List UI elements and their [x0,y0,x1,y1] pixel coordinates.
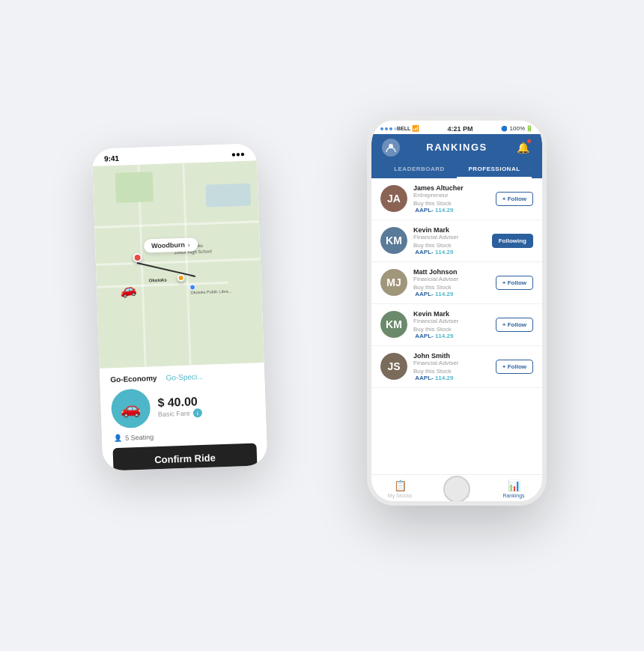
sig-dot-2 [385,127,388,130]
bottom-nav-item-rankings[interactable]: 📊 Rankings [485,479,542,498]
list-item: JA James Altucher Entrepreneur Buy this … [371,178,542,220]
follow-button-4[interactable]: + Follow [496,360,533,374]
ticker-2: AAPL- [415,291,433,297]
rank-stock-4: Buy this Stock AAPL- 114.29 [413,368,490,381]
list-item: JS John Smith Financial Adviser Buy this… [371,346,542,388]
rank-stock-0: Buy this Stock AAPL- 114.29 [413,200,490,214]
sig-dot-3 [389,127,392,130]
status-bar: BELL 📶 4:21 PM 🔵 100% 🔋 [371,121,542,134]
header-top-row: RANKINGS 🔔 [382,139,532,157]
header-tabs: LEADERBOARD PROFESSIONAL [382,161,532,178]
place-name: Okotoks [149,277,167,282]
battery-icon: 🔋 [526,125,533,132]
back-time: 9:41 [104,154,119,163]
follow-button-1[interactable]: Following [492,234,533,248]
ride-tabs: Go-Economy Go-Speci... [110,370,254,384]
notification-bell[interactable]: 🔔 [514,139,532,157]
rank-info-0: James Altucher Entrepreneur Buy this Sto… [413,184,490,214]
car-circle-icon: 🚗 [121,398,142,418]
scene: 9:41 ●●● École Okotoks Junior High Schoo… [97,101,547,551]
person-icon: 👤 [114,434,122,441]
ride-seating: 👤 5 Seating [112,429,256,442]
rank-role-1: Financial Adviser [413,234,486,240]
origin-pin [133,252,142,261]
rank-name-0: James Altucher [413,184,490,192]
rankings-list: JA James Altucher Entrepreneur Buy this … [371,178,542,474]
fare-info-icon: i [193,408,202,417]
seating-text: 5 Seating [125,433,154,441]
confirm-ride-button[interactable]: Confirm Ride [113,443,258,470]
price-1: 114.29 [435,249,453,255]
list-item: KM Kevin Mark Financial Adviser Buy this… [371,220,542,262]
rank-avatar-1: KM [380,227,407,254]
fare-label: Basic Fare [158,409,190,417]
ticker-0: AAPL- [415,207,433,214]
nav-icon-0: 📋 [394,479,407,491]
ticker-1: AAPL- [415,249,433,255]
avatar-initials: MJ [380,269,407,296]
front-phone-inner: BELL 📶 4:21 PM 🔵 100% 🔋 RANKINGS [371,121,542,501]
rank-role-2: Financial Adviser [413,276,490,282]
follow-button-3[interactable]: + Follow [496,318,533,332]
ride-bottom-panel: Go-Economy Go-Speci... 🚗 $ 40.00 Basic F… [100,363,268,471]
rankings-header: RANKINGS 🔔 LEADERBOARD PROFESSIONAL [371,134,542,178]
rank-avatar-3: KM [380,311,407,338]
ticker-4: AAPL- [415,375,433,381]
nav-label-0: My Stocks [388,493,412,498]
tab-professional[interactable]: PROFESSIONAL [457,161,532,178]
rank-role-0: Entrepreneur [413,192,490,199]
rank-name-1: Kevin Mark [413,226,486,234]
rank-role-4: Financial Adviser [413,360,490,366]
rank-info-4: John Smith Financial Adviser Buy this St… [413,352,490,381]
avatar-initials: KM [380,227,407,254]
rank-stock-3: Buy this Stock AAPL- 114.29 [413,326,490,339]
ride-info: $ 40.00 Basic Fare i [157,393,255,419]
woodburn-label: Woodburn › [144,237,198,252]
rank-name-3: Kevin Mark [413,310,490,318]
car-circle: 🚗 [111,388,151,429]
rank-avatar-4: JS [380,353,407,380]
bottom-nav-item-my-stocks[interactable]: 📋 My Stocks [371,479,428,498]
price-4: 114.29 [435,375,453,381]
page-title: RANKINGS [426,142,487,153]
tab-leaderboard[interactable]: LEADERBOARD [382,161,457,178]
bluetooth-icon: 🔵 [501,126,508,132]
chevron-right-icon: › [188,240,190,247]
wifi-icon: 📶 [412,125,419,132]
battery-level: 100% [510,125,525,132]
follow-button-0[interactable]: + Follow [496,192,533,206]
map-park [115,172,154,203]
map-water [205,183,251,207]
rank-avatar-2: MJ [380,269,407,296]
destination-pin [177,273,184,281]
rank-info-3: Kevin Mark Financial Adviser Buy this St… [413,310,490,339]
notification-badge [526,139,532,144]
rank-name-2: Matt Johnson [413,268,490,276]
ride-card: 🚗 $ 40.00 Basic Fare i [111,384,256,429]
avatar-initials: JS [380,353,407,380]
sig-dot-1 [380,127,383,130]
library-label: Okotoks Public Libra... [190,288,231,294]
rank-info-2: Matt Johnson Financial Adviser Buy this … [413,268,490,297]
rank-avatar-0: JA [380,185,407,212]
tab-go-special[interactable]: Go-Speci... [165,372,203,381]
back-battery-icons: ●●● [231,149,245,158]
signal-dots [380,127,397,130]
nav-icon-2: 📊 [508,479,520,491]
rank-info-1: Kevin Mark Financial Adviser Buy this St… [413,226,486,255]
user-avatar-icon[interactable] [382,139,400,157]
nav-label-2: Rankings [502,493,524,498]
sig-dot-4 [394,127,397,130]
car-icon: 🚗 [118,279,137,299]
follow-button-2[interactable]: + Follow [496,276,533,290]
tab-go-economy[interactable]: Go-Economy [110,374,157,384]
carrier-label: BELL [397,126,410,131]
rank-role-3: Financial Adviser [413,318,490,324]
price-2: 114.29 [435,291,453,297]
status-time: 4:21 PM [419,125,500,133]
home-button[interactable] [443,476,470,503]
rank-stock-1: Buy this Stock AAPL- 114.29 [413,242,486,255]
gmap-pin [189,284,195,290]
avatar-initials: JA [380,185,407,212]
avatar-initials: KM [380,311,407,338]
